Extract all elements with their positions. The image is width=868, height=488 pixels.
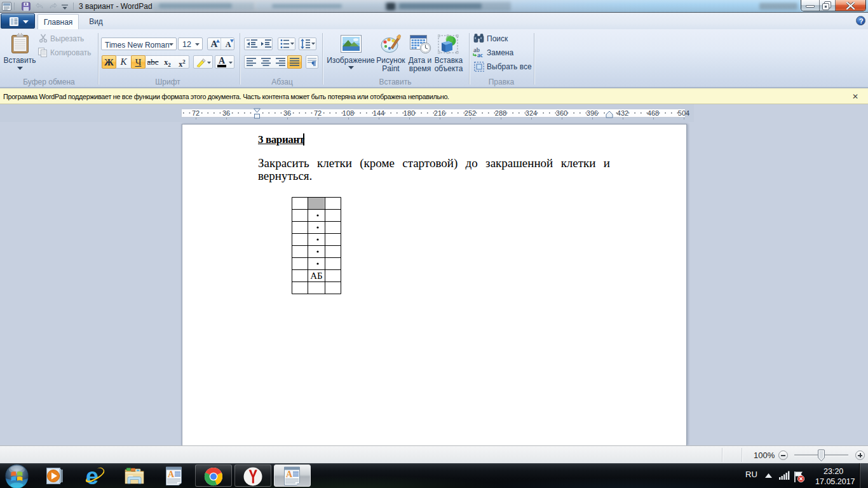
svg-text:e: e [86,466,98,486]
svg-text:324: 324 [526,109,537,117]
svg-text:216: 216 [434,109,445,117]
svg-text:36: 36 [222,109,230,117]
svg-text:432: 432 [617,109,628,117]
svg-text:A: A [286,470,293,479]
svg-text:36: 36 [283,109,291,117]
svg-text:288: 288 [495,109,506,117]
svg-text:A: A [168,470,175,479]
svg-text:144: 144 [373,109,384,117]
svg-text:468: 468 [648,109,659,117]
svg-text:396: 396 [587,109,598,117]
svg-text:ac: ac [477,52,483,58]
svg-text:504: 504 [678,109,689,117]
svg-text:252: 252 [465,109,476,117]
svg-text:180: 180 [403,109,415,117]
svg-text:72: 72 [314,109,322,117]
svg-text:72: 72 [192,109,200,117]
svg-text:АБ: АБ [310,271,322,281]
svg-text:360: 360 [556,109,567,117]
svg-text:108: 108 [342,109,354,117]
